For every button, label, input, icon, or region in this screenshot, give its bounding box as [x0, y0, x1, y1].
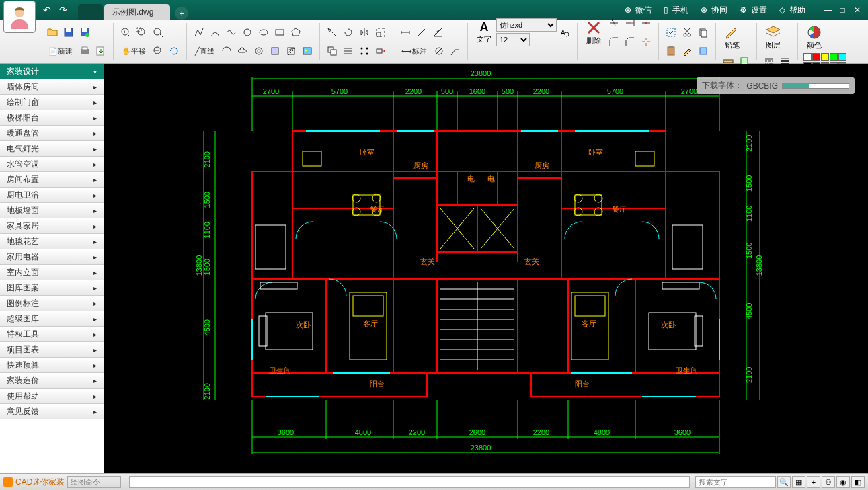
sidebar-item-kitchen-bath[interactable]: 厨电卫浴: [0, 188, 104, 203]
dim-linear-icon[interactable]: [398, 25, 413, 40]
undo-button[interactable]: ↶: [40, 3, 54, 17]
sidebar-item-electrical[interactable]: 电气灯光: [0, 141, 104, 157]
rotate-icon[interactable]: [341, 25, 356, 40]
trim-icon[interactable]: [606, 15, 621, 30]
collab-link[interactable]: ⊕协同: [701, 5, 732, 16]
color-green[interactable]: [830, 53, 838, 61]
text-button[interactable]: A 文字: [472, 19, 496, 46]
extend-icon[interactable]: [623, 15, 637, 30]
refresh-icon[interactable]: [167, 44, 182, 58]
dim-diameter-icon[interactable]: [432, 44, 446, 58]
maximize-button[interactable]: □: [835, 4, 850, 16]
paste-icon[interactable]: [664, 44, 678, 58]
dim-angular-icon[interactable]: [430, 25, 445, 40]
sidebar-item-stair-balcony[interactable]: 楼梯阳台: [0, 110, 104, 126]
mobile-link[interactable]: ▯手机: [664, 5, 693, 16]
status-btn-1[interactable]: ▦: [792, 476, 805, 488]
copy-icon[interactable]: [325, 44, 340, 58]
mirror-icon[interactable]: [357, 25, 372, 40]
sidebar-item-hvac[interactable]: 暖通盘管: [0, 126, 104, 141]
sidebar-item-schedule[interactable]: 项目图表: [0, 342, 104, 358]
find-text-icon[interactable]: A: [557, 25, 572, 40]
move-icon[interactable]: [325, 25, 340, 40]
status-btn-3[interactable]: ⚇: [822, 476, 835, 488]
sidebar-item-carpet[interactable]: 地毯花艺: [0, 234, 104, 249]
offset-icon[interactable]: [341, 44, 356, 58]
chamfer-icon[interactable]: [623, 34, 637, 49]
sidebar-item-help[interactable]: 使用帮助: [0, 389, 104, 404]
stretch-icon[interactable]: [373, 44, 388, 58]
fillet-icon[interactable]: [606, 34, 621, 49]
save-icon[interactable]: [61, 25, 76, 40]
sidebar-item-wall-room[interactable]: 墙体房间: [0, 79, 104, 95]
close-button[interactable]: ✕: [850, 4, 865, 16]
color-button[interactable]: 颜色: [802, 23, 826, 52]
tab-1[interactable]: [78, 4, 103, 20]
zoom-window-icon[interactable]: [134, 25, 149, 40]
layer-button[interactable]: 图层: [761, 23, 785, 52]
annot-button[interactable]: ⟷标注: [397, 45, 431, 58]
font-size-select[interactable]: 12: [496, 33, 530, 46]
polyline-icon[interactable]: [192, 25, 206, 40]
array-icon[interactable]: [357, 44, 372, 58]
sidebar-item-premium[interactable]: 特权工具: [0, 327, 104, 342]
break-icon[interactable]: [639, 15, 654, 30]
explode-icon[interactable]: [639, 34, 654, 49]
block-icon[interactable]: [696, 44, 711, 58]
status-btn-2[interactable]: +: [807, 476, 820, 488]
tab-2-active[interactable]: 示例图.dwg: [104, 4, 170, 20]
cut-icon[interactable]: [680, 25, 695, 40]
saveas-icon[interactable]: [77, 25, 92, 40]
sidebar-item-furniture[interactable]: 家具家居: [0, 218, 104, 234]
pan-button[interactable]: ✋平移: [118, 45, 150, 58]
ellipse-icon[interactable]: [256, 25, 271, 40]
sidebar-item-plumbing[interactable]: 水管空调: [0, 157, 104, 172]
cloud-icon[interactable]: [235, 44, 250, 58]
match-prop-icon[interactable]: [680, 44, 695, 58]
arc2-icon[interactable]: [219, 44, 234, 58]
color-white[interactable]: [803, 53, 812, 61]
circle-icon[interactable]: [240, 25, 255, 40]
scale-icon[interactable]: [373, 25, 388, 40]
print-icon[interactable]: [77, 44, 92, 58]
color-yellow[interactable]: [821, 53, 829, 61]
sidebar-item-library[interactable]: 图库图案: [0, 280, 104, 296]
select-all-icon[interactable]: [664, 25, 678, 40]
hatch-icon[interactable]: [284, 44, 299, 58]
copy-clip-icon[interactable]: [696, 25, 711, 40]
sidebar-item-floor-wall[interactable]: 地板墙面: [0, 203, 104, 218]
status-btn-5[interactable]: ◧: [851, 476, 865, 488]
redo-button[interactable]: ↷: [56, 3, 70, 17]
sidebar-item-home-design[interactable]: 家装设计: [0, 64, 104, 79]
arc-icon[interactable]: [208, 25, 223, 40]
delete-button[interactable]: 删除: [582, 18, 606, 47]
minimize-button[interactable]: —: [820, 4, 835, 16]
ring-icon[interactable]: [251, 44, 266, 58]
open-icon[interactable]: [45, 25, 60, 40]
sidebar-item-door-window[interactable]: 绘制门窗: [0, 95, 104, 110]
search-button[interactable]: 🔍: [777, 476, 791, 488]
sidebar-item-elevation[interactable]: 室内立面: [0, 265, 104, 280]
font-family-select[interactable]: 仿hzxd: [496, 18, 557, 32]
new-file-button[interactable]: 📄新建: [44, 45, 77, 58]
polygon-icon[interactable]: [288, 25, 303, 40]
export-icon[interactable]: [93, 44, 108, 58]
zoom-extents-icon[interactable]: +: [118, 25, 133, 40]
rect-icon[interactable]: [272, 25, 287, 40]
zoom-dropdown-icon[interactable]: [151, 25, 165, 40]
sidebar-item-budget[interactable]: 快速预算: [0, 358, 104, 373]
help-link[interactable]: ◇帮助: [779, 5, 810, 16]
command-input[interactable]: [129, 476, 690, 488]
color-cyan[interactable]: [838, 53, 846, 61]
sidebar-item-legend[interactable]: 图例标注: [0, 296, 104, 311]
user-avatar[interactable]: [3, 1, 36, 33]
search-text-input[interactable]: [695, 476, 776, 488]
line-button[interactable]: ╱直线: [191, 45, 219, 58]
sidebar-item-feedback[interactable]: 意见反馈: [0, 404, 104, 419]
sidebar-item-room-layout[interactable]: 房间布置: [0, 172, 104, 188]
sidebar-item-super-lib[interactable]: 超级图库: [0, 311, 104, 327]
status-btn-4[interactable]: ◉: [836, 476, 850, 488]
new-tab-button[interactable]: +: [175, 7, 188, 20]
leader-icon[interactable]: [448, 44, 463, 58]
color-red[interactable]: [812, 53, 820, 61]
